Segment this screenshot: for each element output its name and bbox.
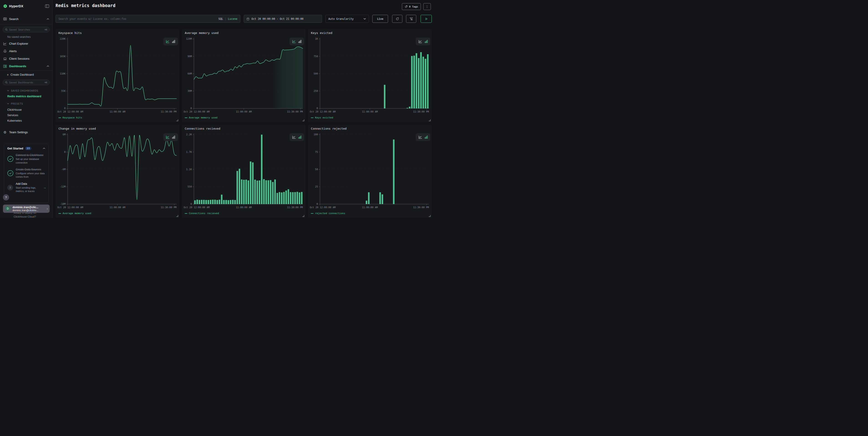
- x-tick-label: 11:30:00 PM: [287, 110, 303, 113]
- bar-chart-toggle-icon[interactable]: [172, 136, 175, 139]
- sidebar-item-alerts[interactable]: Alerts: [0, 48, 52, 55]
- user-email: dominic.tran@clickho...: [12, 209, 38, 212]
- get-started-step-add-data[interactable]: 3 Add Data Start sending logs, metrics, …: [7, 182, 45, 193]
- y-tick-label: -6M: [61, 168, 66, 171]
- line-chart-toggle-icon[interactable]: [292, 40, 296, 43]
- mode-separator: |: [225, 17, 226, 21]
- saved-dashboards-section-header[interactable]: SAVED DASHBOARDS: [0, 89, 52, 92]
- user-name: dominic.tran@clic...: [12, 206, 38, 209]
- sidebar-item-label: Team Settings: [9, 130, 49, 134]
- bar-chart-toggle-icon[interactable]: [425, 136, 428, 139]
- saved-searches-input[interactable]: [9, 28, 44, 31]
- hyperdx-logo-icon: [3, 4, 7, 8]
- step-desc: Set up your database connection: [16, 157, 45, 165]
- chart-title: Keys evicted: [311, 31, 332, 35]
- saved-searches-search[interactable]: ⌘K: [3, 27, 50, 32]
- y-tick-label: 550: [188, 185, 192, 188]
- sidebar: HyperDX Search ⌘K No saved searches Char…: [0, 0, 53, 218]
- chart-legend[interactable]: Keyspace hits: [59, 116, 82, 119]
- saved-dashboards-search[interactable]: ⌘K: [3, 80, 50, 85]
- sql-mode-toggle[interactable]: SQL: [218, 17, 223, 21]
- chart-view-toggle: [289, 133, 304, 141]
- bar-chart-toggle-icon[interactable]: [425, 40, 428, 43]
- panel-resize-handle[interactable]: [176, 119, 178, 121]
- gear-icon: ⚙: [3, 130, 7, 134]
- get-started-card: Get Started 2/3 Connect to ClickHouse Se…: [4, 144, 49, 203]
- sidebar-item-team-settings[interactable]: ⚙ Team Settings: [0, 129, 52, 135]
- panel-resize-handle[interactable]: [429, 215, 431, 217]
- titlebar: Redis metrics dashboard 0 Tags ⋮: [53, 0, 434, 13]
- user-menu[interactable]: D dominic.tran@clic... dominic.tran@clic…: [3, 205, 50, 213]
- create-dashboard-label: Create Dashboard: [10, 73, 34, 76]
- chart-legend[interactable]: Keys evicted: [311, 116, 333, 119]
- laptop-icon: [3, 57, 7, 61]
- chart-plot: 6M0-6M-12M-18MOct 20 12:00:00 AM11:00:00…: [56, 125, 179, 218]
- bar-chart-toggle-icon[interactable]: [298, 40, 302, 43]
- sidebar-item-dashboards[interactable]: Dashboards: [0, 62, 52, 70]
- chart-legend[interactable]: rejected connections: [311, 212, 345, 215]
- logo-row: HyperDX: [0, 0, 52, 10]
- get-started-step-connect[interactable]: Connect to ClickHouse Set up your databa…: [7, 153, 45, 165]
- bar-chart-toggle-icon[interactable]: [172, 40, 175, 43]
- create-dashboard-button[interactable]: + Create Dashboard: [0, 71, 52, 78]
- bar-chart-toggle-icon[interactable]: [298, 136, 302, 139]
- sidebar-collapse-icon[interactable]: [45, 4, 49, 8]
- line-chart-toggle-icon[interactable]: [166, 40, 169, 43]
- sidebar-item-preset-services[interactable]: Services: [0, 113, 52, 118]
- search-icon: [5, 28, 8, 31]
- lucene-mode-toggle[interactable]: Lucene: [228, 17, 237, 21]
- granularity-select[interactable]: Auto Granularity: [326, 15, 369, 23]
- panel-resize-handle[interactable]: [302, 215, 304, 217]
- legend-dash: [311, 118, 313, 118]
- panel-resize-handle[interactable]: [176, 215, 178, 217]
- x-tick-label: 11:30:00 PM: [161, 206, 176, 209]
- refresh-button[interactable]: [392, 15, 402, 23]
- sidebar-item-client-sessions[interactable]: Client Sessions: [0, 55, 52, 62]
- y-tick-label: 0: [190, 107, 192, 110]
- dashboard-grid: Keyspace hits 220K165K110K55K0Oct 20 12:…: [56, 29, 432, 218]
- chart-plot: 1007550250Oct 20 12:00:00 AM11:00:00 AM1…: [308, 125, 432, 218]
- run-query-button[interactable]: [421, 15, 432, 23]
- more-menu-button[interactable]: ⋮: [423, 3, 431, 10]
- sidebar-item-preset-kubernetes[interactable]: Kubernetes: [0, 118, 52, 123]
- line-chart-toggle-icon[interactable]: [418, 136, 422, 139]
- x-tick-label: Oct 20 12:00:00 AM: [310, 110, 336, 113]
- tags-button[interactable]: 0 Tags: [402, 3, 421, 10]
- granularity-value: Auto Granularity: [329, 17, 354, 21]
- help-button[interactable]: ?: [3, 194, 9, 200]
- sidebar-item-search[interactable]: Search: [0, 16, 52, 22]
- line-chart-toggle-icon[interactable]: [418, 40, 422, 43]
- x-tick-label: 11:00:00 AM: [236, 110, 251, 113]
- x-tick-label: 11:30:00 PM: [161, 110, 176, 113]
- line-chart-toggle-icon[interactable]: [292, 136, 296, 139]
- teaser-line: ClickHouse Cloud?: [14, 215, 36, 218]
- saved-dashboards-input[interactable]: [9, 81, 44, 84]
- chart-legend[interactable]: Average memory used: [185, 116, 218, 119]
- panel-resize-handle[interactable]: [429, 119, 431, 121]
- get-started-header[interactable]: Get Started 2/3: [7, 147, 45, 150]
- chart-legend[interactable]: Connections recieved: [185, 212, 219, 215]
- event-search-input[interactable]: [59, 17, 218, 21]
- presets-section-header[interactable]: PRESETS: [0, 102, 52, 106]
- date-range-picker[interactable]: Oct 20 00:00:00 - Oct 21 00:00:00: [244, 15, 322, 23]
- chart-title: Average memory used: [185, 31, 219, 35]
- x-tick-label: 11:30:00 PM: [413, 206, 429, 209]
- sidebar-item-chart-explorer[interactable]: Chart Explorer: [0, 40, 52, 48]
- dashboards-icon: [3, 64, 7, 68]
- line-chart-toggle-icon[interactable]: [166, 136, 169, 139]
- step-title: Add Data: [16, 182, 45, 186]
- chart-title: Change in memory used: [59, 127, 96, 130]
- shortcut-badge: ⌘K: [44, 28, 47, 31]
- panel-resize-handle[interactable]: [302, 119, 304, 121]
- chart-panel: Keys evicted 1K7505002500Oct 20 12:00:00…: [308, 29, 432, 122]
- chart-legend-label: Keys evicted: [315, 116, 333, 119]
- sidebar-item-redis-dashboard[interactable]: Redis metrics dashboard: [0, 94, 52, 99]
- y-tick-label: 250: [314, 89, 318, 92]
- live-button[interactable]: Live: [372, 15, 388, 23]
- filter-button[interactable]: [406, 15, 416, 23]
- check-circle-icon: [7, 156, 13, 162]
- legend-dash: [311, 213, 313, 214]
- sidebar-item-preset-clickhouse[interactable]: ClickHouse: [0, 107, 52, 113]
- chart-legend[interactable]: Average memory used: [59, 212, 91, 215]
- get-started-step-datasources[interactable]: Create Data Sources Configure where your…: [7, 168, 45, 179]
